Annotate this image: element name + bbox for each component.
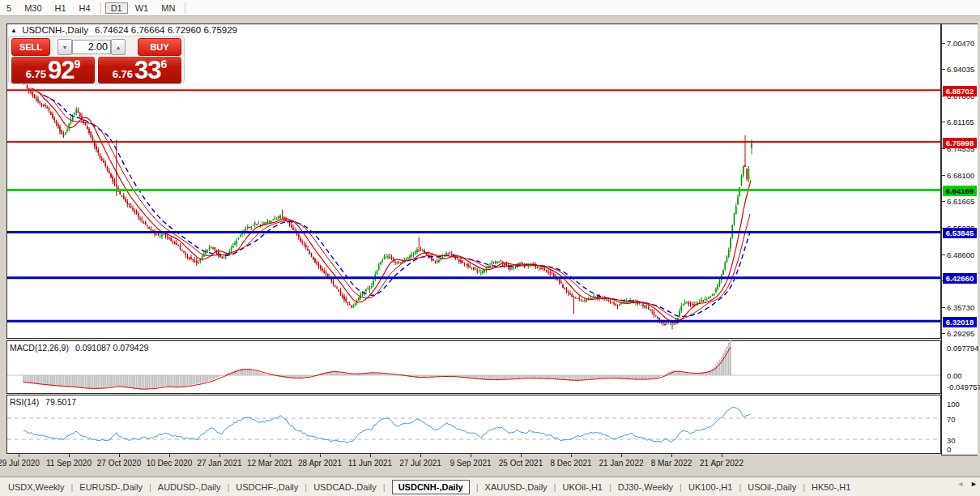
date-label: 28 Apr 2021 [298,459,342,468]
tab-ukoil-h1[interactable]: UKOil-,H1 [562,482,603,492]
date-label: 27 Jul 2021 [399,459,441,468]
date-label: 25 Oct 2021 [499,459,543,468]
tab-audusd-daily[interactable]: AUDUSD-,Daily [158,482,221,492]
bid-price-display[interactable]: 6.75 92 9 [11,57,95,83]
date-axis[interactable]: 29 Jul 202011 Sep 202027 Oct 202010 Dec … [6,454,941,475]
timeframe-button-H4[interactable]: H4 [74,2,96,14]
date-axis-tick [370,454,371,457]
price-level-badge-6.64169: 6.64169 [943,186,977,196]
tab-xauusd-daily[interactable]: XAUUSD-,Daily [485,482,548,492]
price-axis-tick [942,122,945,122]
timeframe-button-W1[interactable]: W1 [130,2,155,14]
macd-indicator-label: MACD(12,26,9) 0.091087 0.079429 [10,343,148,353]
price-level-badge-6.42660: 6.42660 [943,273,977,284]
date-label: 9 Sep 2021 [450,459,491,468]
rsi-panel[interactable] [6,395,941,454]
tab-separator: | [305,482,307,492]
tab-dj30-weekly[interactable]: DJ30-,Weekly [618,482,673,492]
rsi-axis-label: 30 [947,436,956,445]
price-axis-tick [942,254,945,255]
rsi-name: RSI(14) [10,397,39,407]
scroll-right-icon[interactable]: ► [970,480,978,488]
tab-separator: | [739,482,741,492]
date-axis-tick [219,454,220,457]
price-axis-tick [942,69,945,70]
date-label: 21 Jan 2022 [599,459,643,468]
timeframe-button-D1[interactable]: D1 [105,2,128,14]
price-level-badge-6.32018: 6.32018 [943,317,977,327]
toolbar-separator [185,2,185,14]
price-axis-tick [942,43,945,44]
date-axis-tick [169,454,170,457]
date-label: 10 Dec 2020 [147,459,193,468]
tab-separator: | [680,482,682,492]
tab-uk100-h1[interactable]: UK100-,H1 [688,482,732,492]
date-axis-tick [69,454,70,457]
sell-button[interactable]: SELL [11,38,50,56]
tab-usdcad-daily[interactable]: USDCAD-,Daily [313,482,377,492]
tab-usdcnh-daily[interactable]: USDCNH-,Daily [392,480,470,494]
rsi-axis-label: 100 [947,400,960,408]
tab-eurusd-daily[interactable]: EURUSD-,Daily [79,482,143,492]
tab-separator: | [383,482,386,492]
macd-name: MACD(12,26,9) [10,343,69,353]
timeframe-button-5[interactable]: 5 [1,2,17,14]
macd-axis-label: -0.049757 [947,383,980,391]
volume-increase-icon[interactable]: ▲ [111,39,126,55]
ask-price-display[interactable]: 6.76 33 6 [98,57,181,83]
tab-usdx-weekly[interactable]: USDX,Weekly [8,482,64,492]
date-axis-tick [671,454,672,457]
volume-input[interactable] [72,40,111,54]
chart-ohlc-values: 6.74624 6.76664 6.72960 6.75929 [95,25,237,35]
collapse-icon[interactable]: ▲ [11,27,17,34]
price-axis-tick-label: 6.48600 [947,250,974,259]
date-axis-tick [19,454,19,457]
bid-price-big: 92 [48,58,74,83]
price-axis-tick [942,175,945,176]
date-axis-tick [270,454,271,457]
timeframe-button-M30[interactable]: M30 [19,2,47,14]
date-axis-tick [420,454,421,457]
chart-symbol-label: USDCNH-,Daily [22,25,88,35]
buy-button[interactable]: BUY [138,38,181,56]
price-axis-tick [942,148,945,149]
price-level-badge-6.88702: 6.88702 [943,86,977,96]
rsi-indicator-label: RSI(14) 79.5017 [10,397,76,407]
price-axis-tick [942,201,945,202]
date-label: 12 Mar 2021 [247,459,292,468]
tab-usoil-daily[interactable]: USOil-,Daily [748,482,796,492]
price-axis-tick [942,307,945,308]
tab-separator: | [227,482,229,492]
timeframe-button-MN[interactable]: MN [156,2,181,14]
price-axis-tick-label: 7.00470 [947,39,974,48]
price-axis-tick-label: 6.29295 [947,329,974,338]
ask-price-prefix: 6.76 [113,68,133,83]
price-axis-tick-label: 6.61665 [947,197,974,206]
toolbar-separator [100,2,101,14]
price-axis-tick [942,333,945,334]
price-axis-tick-label: 6.94035 [947,65,974,74]
volume-decrease-icon[interactable]: ▼ [58,39,72,55]
date-label: 29 Jul 2020 [0,459,40,468]
tab-separator: | [70,482,73,492]
rsi-axis-label: 70 [947,415,956,424]
chart-title: ▲ USDCNH-,Daily 6.74624 6.76664 6.72960 … [11,25,237,35]
price-axis[interactable]: 7.004706.940356.876006.811656.745356.681… [941,24,978,455]
timeframe-toolbar: 5M30H1H4D1W1MN [0,0,980,16]
date-axis-tick [521,454,522,457]
tab-separator: | [476,482,479,492]
rsi-axis-label: 0 [947,445,951,454]
scroll-left-icon[interactable]: ◄ [957,480,964,488]
timeframe-button-H1[interactable]: H1 [49,2,72,14]
price-axis-tick-label: 6.35730 [947,303,974,312]
tab-hk50-h1[interactable]: HK50-,H1 [812,482,850,492]
date-axis-tick [320,454,321,457]
date-axis-tick [621,454,622,457]
tab-usdchf-daily[interactable]: USDCHF-,Daily [236,482,298,492]
bid-price-prefix: 6.75 [26,68,46,83]
tab-separator: | [149,482,151,492]
symbol-tab-bar: USDX,Weekly|EURUSD-,Daily|AUDUSD-,Daily|… [0,477,980,496]
tab-separator: | [803,482,805,492]
date-label: 27 Oct 2020 [97,459,141,468]
date-label: 8 Dec 2021 [550,459,591,468]
